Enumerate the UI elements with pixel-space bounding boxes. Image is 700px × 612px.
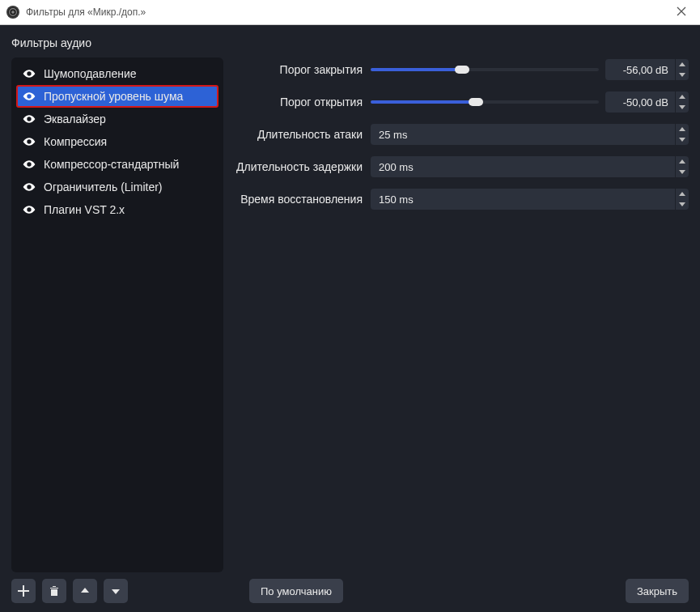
attack-value[interactable]: 25 ms — [371, 124, 675, 145]
attack-label: Длительность атаки — [233, 128, 371, 141]
remove-filter-button[interactable] — [42, 579, 66, 603]
visibility-icon[interactable] — [23, 135, 36, 148]
stepper-down-icon[interactable] — [676, 167, 689, 177]
release-value[interactable]: 150 ms — [371, 189, 675, 210]
slider-thumb[interactable] — [455, 66, 469, 74]
visibility-icon[interactable] — [23, 158, 36, 171]
svg-point-2 — [11, 11, 15, 14]
filter-list: Шумоподавление Пропускной уровень шума Э… — [11, 57, 223, 572]
stepper-up-icon[interactable] — [676, 124, 689, 134]
stepper-up-icon[interactable] — [676, 91, 689, 102]
hold-value[interactable]: 200 ms — [371, 156, 675, 177]
stepper-up-icon[interactable] — [676, 156, 689, 167]
filter-equalizer[interactable]: Эквалайзер — [16, 108, 218, 130]
open-threshold-slider[interactable] — [371, 100, 599, 104]
filter-label: Пропускной уровень шума — [44, 90, 183, 103]
open-threshold-stepper[interactable] — [675, 91, 689, 113]
close-threshold-stepper[interactable] — [675, 59, 689, 80]
visibility-icon[interactable] — [23, 203, 36, 216]
release-label: Время восстановления — [233, 193, 371, 206]
stepper-down-icon[interactable] — [676, 134, 689, 145]
visibility-icon[interactable] — [23, 113, 36, 125]
section-header: Фильтры аудио — [0, 25, 700, 57]
close-threshold-slider[interactable] — [371, 68, 599, 71]
slider-thumb[interactable] — [469, 98, 483, 106]
filter-label: Плагин VST 2.x — [44, 203, 125, 216]
filter-label: Ограничитель (Limiter) — [44, 181, 163, 193]
stepper-up-icon[interactable] — [676, 189, 689, 199]
move-up-button[interactable] — [73, 579, 97, 603]
filter-settings-panel: Порог закрытия -56,00 dB Порог открытия — [233, 57, 689, 572]
obs-logo-icon — [6, 6, 19, 19]
close-threshold-label: Порог закрытия — [233, 63, 371, 76]
visibility-icon[interactable] — [23, 181, 36, 193]
close-button[interactable]: Закрыть — [626, 579, 689, 603]
close-threshold-value[interactable]: -56,00 dB — [605, 59, 675, 80]
defaults-button[interactable]: По умолчанию — [249, 579, 343, 603]
move-down-button[interactable] — [104, 579, 128, 603]
stepper-up-icon[interactable] — [676, 59, 689, 70]
titlebar: Фильтры для «Микр./доп.» — [0, 0, 700, 25]
stepper-down-icon[interactable] — [676, 199, 689, 210]
slider-fill — [371, 100, 476, 104]
open-threshold-value[interactable]: -50,00 dB — [605, 91, 675, 113]
filter-label: Компрессия — [44, 135, 107, 148]
filter-label: Компрессор-стандартный — [44, 158, 179, 171]
slider-fill — [371, 68, 462, 71]
filter-label: Шумоподавление — [44, 67, 137, 80]
open-threshold-label: Порог открытия — [233, 96, 371, 108]
release-stepper[interactable] — [675, 189, 689, 210]
stepper-down-icon[interactable] — [676, 102, 689, 113]
visibility-icon[interactable] — [23, 67, 36, 80]
filter-noise-suppression[interactable]: Шумоподавление — [16, 62, 218, 85]
footer-toolbar: По умолчанию Закрыть — [0, 570, 700, 612]
filter-noise-gate[interactable]: Пропускной уровень шума — [16, 85, 218, 108]
visibility-icon[interactable] — [23, 90, 36, 103]
hold-stepper[interactable] — [675, 156, 689, 177]
add-filter-button[interactable] — [11, 579, 36, 603]
filter-limiter[interactable]: Ограничитель (Limiter) — [16, 176, 218, 198]
window-title: Фильтры для «Микр./доп.» — [26, 6, 669, 18]
stepper-down-icon[interactable] — [676, 70, 689, 80]
close-window-button[interactable] — [669, 6, 694, 19]
filter-compressor-std[interactable]: Компрессор-стандартный — [16, 153, 218, 176]
attack-stepper[interactable] — [675, 124, 689, 145]
filter-compression[interactable]: Компрессия — [16, 130, 218, 153]
filter-vst[interactable]: Плагин VST 2.x — [16, 198, 218, 221]
filter-label: Эквалайзер — [44, 113, 106, 125]
hold-label: Длительность задержки — [233, 160, 371, 173]
